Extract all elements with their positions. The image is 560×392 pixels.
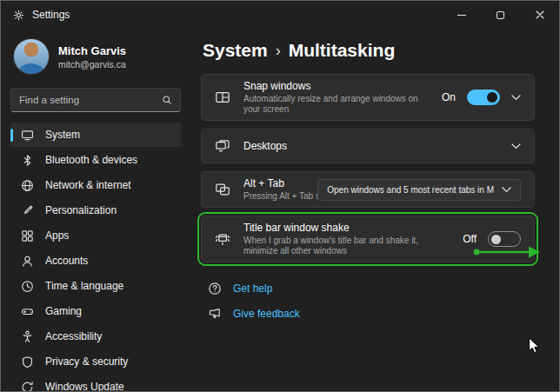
get-help-icon [208, 282, 222, 296]
user-name: Mitch Garvis [58, 44, 126, 57]
toggle-knob [491, 235, 501, 244]
sidebar-item-gaming[interactable]: Gaming [10, 299, 181, 323]
sidebar-item-accessibility[interactable]: Accessibility [10, 324, 181, 349]
snap-windows-toggle[interactable] [467, 90, 500, 105]
page-title: Multitasking [289, 39, 396, 62]
card-text: Title bar window shake When I grab a win… [243, 222, 450, 256]
card-description: When I grab a window's title bar and sha… [243, 236, 450, 256]
window-shake-icon [215, 231, 230, 247]
user-email: mitch@garvis.ca [58, 59, 126, 70]
card-text: Alt + Tab Pressing Alt + Tab shows [243, 177, 304, 202]
card-snap-windows[interactable]: Snap windows Automatically resize and ar… [201, 74, 535, 121]
sidebar-item-label: Time & language [45, 280, 123, 292]
dropdown-selected-value: Open windows and 5 most recent tabs in M [327, 185, 494, 195]
clock-icon [21, 280, 34, 293]
shield-icon [21, 355, 34, 369]
card-text: Snap windows Automatically resize and ar… [243, 80, 429, 115]
controller-icon [21, 305, 34, 318]
sidebar-item-bluetooth-devices[interactable]: Bluetooth & devices [10, 148, 181, 172]
window-title: Settings [32, 9, 70, 21]
card-description: Pressing Alt + Tab shows [243, 191, 304, 202]
toggle-knob [487, 92, 497, 103]
alt-tab-icon [215, 182, 230, 197]
settings-cards: Snap windows Automatically resize and ar… [201, 74, 535, 262]
card-title: Snap windows [243, 80, 429, 92]
window-controls [442, 1, 559, 29]
alt-tab-dropdown[interactable]: Open windows and 5 most recent tabs in M [317, 179, 521, 201]
sidebar-item-accounts[interactable]: Accounts [10, 249, 181, 273]
sidebar-item-label: Network & internet [45, 179, 131, 191]
title-bar: Settings [1, 1, 559, 29]
brush-icon [21, 204, 34, 217]
globe-icon [21, 179, 34, 192]
gear-icon [13, 10, 24, 21]
give-feedback-link[interactable]: Give feedback [208, 307, 535, 321]
maximize-icon [497, 11, 504, 19]
sidebar-item-windows-update[interactable]: Windows Update [10, 375, 181, 392]
sidebar-item-privacy-security[interactable]: Privacy & security [10, 349, 181, 374]
accessibility-person-icon [21, 330, 34, 343]
breadcrumb: System › Multitasking [203, 39, 535, 62]
minimize-icon [457, 15, 466, 16]
bluetooth-icon [21, 154, 34, 167]
toggle-state-label: Off [463, 233, 477, 245]
title-bar-window-shake-toggle[interactable] [488, 231, 521, 247]
sidebar-item-personalization[interactable]: Personalization [10, 198, 181, 223]
title-bar-left: Settings [1, 9, 70, 21]
chevron-down-icon [502, 187, 511, 193]
update-arrows-icon [21, 381, 34, 392]
card-alt-tab: Alt + Tab Pressing Alt + Tab shows Open … [201, 171, 535, 208]
give-feedback-icon [208, 307, 222, 321]
system-icon [21, 129, 34, 142]
card-desktops[interactable]: Desktops [201, 129, 535, 163]
close-button[interactable] [520, 1, 559, 29]
search-box[interactable] [10, 88, 181, 112]
sidebar-item-label: Apps [45, 229, 69, 242]
card-text: Desktops [243, 140, 498, 152]
minimize-button[interactable] [442, 1, 481, 29]
settings-window: Settings Mitch Garvis mitch@garvis.ca [0, 0, 560, 392]
maximize-button[interactable] [481, 1, 520, 29]
breadcrumb-parent[interactable]: System [203, 39, 268, 62]
card-title-bar-window-shake: Title bar window shake When I grab a win… [201, 216, 535, 262]
card-title: Title bar window shake [243, 222, 450, 234]
sidebar-item-network-internet[interactable]: Network & internet [10, 173, 181, 197]
sidebar: Mitch Garvis mitch@garvis.ca System [1, 29, 190, 391]
breadcrumb-separator-icon: › [276, 39, 281, 62]
search-icon [162, 95, 172, 105]
close-icon [536, 10, 544, 19]
card-controls: Off [463, 231, 521, 247]
card-controls: Open windows and 5 most recent tabs in M [317, 179, 521, 201]
chevron-down-icon[interactable] [511, 95, 521, 101]
card-title: Alt + Tab [243, 177, 304, 189]
link-label: Get help [233, 282, 272, 295]
sidebar-item-label: Windows Update [45, 381, 124, 392]
link-label: Give feedback [233, 308, 300, 320]
sidebar-item-label: Bluetooth & devices [45, 154, 137, 166]
sidebar-item-label: Gaming [45, 305, 82, 317]
search-input[interactable] [19, 95, 162, 105]
toggle-state-label: On [442, 91, 456, 103]
card-controls [511, 143, 521, 149]
sidebar-item-apps[interactable]: Apps [10, 223, 181, 248]
footer-links: Get help Give feedback [201, 282, 535, 321]
sidebar-item-label: Accessibility [45, 330, 102, 342]
card-description: Automatically resize and arrange windows… [243, 94, 429, 115]
sidebar-item-label: Personalization [45, 204, 117, 216]
main-content: System › Multitasking Snap windows Autom… [190, 29, 559, 391]
chevron-down-icon[interactable] [511, 143, 521, 149]
card-controls: On [442, 90, 521, 105]
avatar [13, 38, 50, 75]
apps-grid-icon [21, 229, 34, 243]
get-help-link[interactable]: Get help [208, 282, 535, 296]
desktops-icon [215, 138, 230, 154]
sidebar-item-label: Accounts [45, 255, 88, 267]
person-icon [21, 255, 34, 268]
card-title: Desktops [243, 140, 498, 152]
sidebar-item-label: Privacy & security [45, 355, 128, 368]
snap-windows-icon [215, 90, 230, 105]
sidebar-item-time-language[interactable]: Time & language [10, 274, 181, 298]
user-profile[interactable]: Mitch Garvis mitch@garvis.ca [10, 34, 181, 79]
sidebar-nav: System Bluetooth & devices Network & int… [10, 123, 181, 392]
sidebar-item-system[interactable]: System [10, 123, 181, 147]
